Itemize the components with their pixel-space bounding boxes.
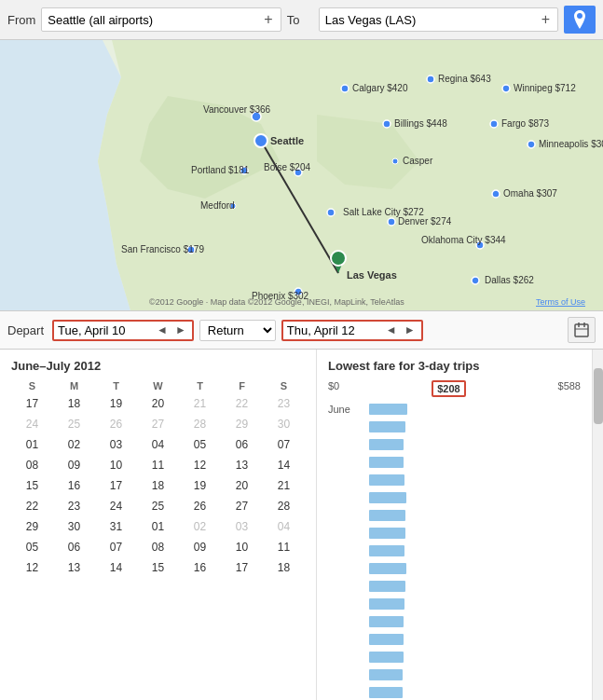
calendar-day[interactable]: 30	[263, 414, 305, 434]
fare-bar-row[interactable]	[369, 631, 581, 648]
calendar-day[interactable]: 01	[11, 434, 53, 455]
map-pin-button[interactable]	[564, 6, 596, 34]
calendar-day[interactable]: 04	[137, 434, 179, 455]
return-prev-button[interactable]: ◄	[384, 323, 399, 336]
scrollbar-thumb[interactable]	[594, 368, 603, 424]
fare-bar[interactable]	[369, 404, 407, 415]
calendar-day[interactable]: 29	[221, 414, 263, 434]
fare-bar[interactable]	[369, 616, 404, 627]
calendar-day[interactable]: 17	[95, 475, 137, 496]
fare-bar-row[interactable]	[369, 419, 581, 435]
fare-bar[interactable]	[369, 598, 404, 610]
fare-bar-row[interactable]	[369, 666, 581, 683]
fare-bar-row[interactable]	[369, 436, 581, 453]
fare-bar[interactable]	[369, 457, 404, 468]
calendar-day[interactable]: 07	[95, 537, 137, 557]
calendar-day[interactable]: 19	[95, 393, 137, 414]
fare-bar-row[interactable]	[369, 613, 581, 630]
calendar-day[interactable]: 12	[179, 455, 221, 475]
fare-bar-row[interactable]	[369, 525, 581, 542]
calendar-day[interactable]: 28	[179, 414, 221, 434]
calendar-day[interactable]: 11	[263, 537, 305, 557]
fare-bar-row[interactable]	[369, 454, 581, 471]
calendar-day[interactable]: 21	[263, 475, 305, 496]
calendar-day[interactable]: 11	[137, 455, 179, 475]
calendar-day[interactable]: 14	[263, 455, 305, 475]
calendar-day[interactable]: 06	[53, 537, 95, 557]
return-next-button[interactable]: ►	[403, 323, 418, 336]
calendar-day[interactable]: 24	[95, 496, 137, 516]
calendar-day[interactable]: 10	[221, 537, 263, 557]
fare-bar[interactable]	[369, 528, 405, 539]
fare-bar[interactable]	[369, 492, 406, 503]
fare-bar-row[interactable]	[369, 560, 581, 577]
calendar-day[interactable]: 21	[179, 393, 221, 414]
calendar-day[interactable]: 14	[95, 557, 137, 578]
fare-bar[interactable]	[369, 439, 404, 450]
calendar-day[interactable]: 27	[137, 414, 179, 434]
calendar-day[interactable]: 24	[11, 414, 53, 434]
calendar-day[interactable]: 18	[53, 393, 95, 414]
depart-next-button[interactable]: ►	[173, 323, 188, 336]
calendar-day[interactable]: 16	[179, 557, 221, 578]
calendar-day[interactable]: 17	[221, 557, 263, 578]
calendar-day[interactable]: 18	[137, 475, 179, 496]
calendar-day[interactable]: 10	[95, 455, 137, 475]
fare-bar-row[interactable]	[369, 684, 581, 700]
calendar-day[interactable]: 25	[137, 496, 179, 516]
calendar-day[interactable]: 16	[53, 475, 95, 496]
calendar-day[interactable]: 22	[221, 393, 263, 414]
calendar-day[interactable]: 17	[11, 393, 53, 414]
calendar-day[interactable]: 08	[137, 537, 179, 557]
calendar-day[interactable]: 05	[11, 537, 53, 557]
calendar-day[interactable]: 20	[221, 475, 263, 496]
depart-date-box[interactable]: Tue, April 10 ◄ ►	[52, 320, 194, 341]
fare-bar[interactable]	[369, 669, 403, 680]
fare-bar[interactable]	[369, 634, 404, 645]
return-type-select[interactable]: Return One way	[199, 320, 276, 341]
fare-bar-row[interactable]	[369, 472, 581, 488]
fare-bar[interactable]	[369, 563, 406, 574]
fare-bar[interactable]	[369, 510, 405, 521]
fare-bar-row[interactable]	[369, 507, 581, 524]
fare-bar-row[interactable]	[369, 489, 581, 506]
depart-prev-button[interactable]: ◄	[155, 323, 170, 336]
from-add-button[interactable]: +	[262, 11, 274, 28]
fare-bar-row[interactable]	[369, 596, 581, 612]
fare-bar[interactable]	[369, 687, 403, 698]
fare-bar-row[interactable]	[369, 578, 581, 595]
calendar-icon-button[interactable]	[568, 317, 596, 343]
to-add-button[interactable]: +	[540, 11, 552, 28]
calendar-day[interactable]: 06	[221, 434, 263, 455]
calendar-day[interactable]: 30	[53, 516, 95, 537]
calendar-day[interactable]: 09	[179, 537, 221, 557]
return-date-box[interactable]: Thu, April 12 ◄ ►	[281, 320, 423, 341]
calendar-day[interactable]: 20	[137, 393, 179, 414]
calendar-day[interactable]: 31	[95, 516, 137, 537]
calendar-day[interactable]: 02	[179, 516, 221, 537]
fare-bar[interactable]	[369, 421, 405, 432]
calendar-day[interactable]: 26	[95, 414, 137, 434]
fare-bar-row[interactable]	[369, 542, 581, 559]
calendar-day[interactable]: 05	[179, 434, 221, 455]
calendar-day[interactable]: 25	[53, 414, 95, 434]
calendar-day[interactable]: 18	[263, 557, 305, 578]
calendar-day[interactable]: 03	[221, 516, 263, 537]
fare-bar[interactable]	[369, 474, 404, 486]
calendar-day[interactable]: 29	[11, 516, 53, 537]
calendar-day[interactable]: 07	[263, 434, 305, 455]
fare-bar[interactable]	[369, 581, 405, 592]
to-airport-input[interactable]: Las Vegas (LAS) +	[319, 7, 558, 32]
fare-bar-row[interactable]	[369, 401, 581, 418]
calendar-day[interactable]: 09	[53, 455, 95, 475]
scrollbar[interactable]	[592, 350, 603, 700]
calendar-day[interactable]: 28	[263, 496, 305, 516]
calendar-day[interactable]: 23	[53, 496, 95, 516]
fare-bar-row[interactable]	[369, 649, 581, 666]
calendar-day[interactable]: 01	[137, 516, 179, 537]
calendar-day[interactable]: 23	[263, 393, 305, 414]
calendar-day[interactable]: 12	[11, 557, 53, 578]
from-airport-input[interactable]: Seattle (all airports) +	[41, 7, 281, 32]
calendar-day[interactable]: 13	[53, 557, 95, 578]
calendar-day[interactable]: 22	[11, 496, 53, 516]
